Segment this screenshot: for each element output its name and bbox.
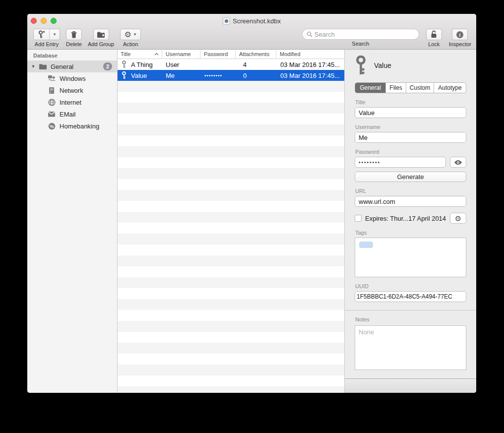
sidebar-group-label: Homebanking <box>60 123 99 130</box>
lock-button[interactable] <box>426 29 442 40</box>
delete-button[interactable] <box>66 29 82 40</box>
add-entry-dropdown-arrow-icon[interactable]: ▼ <box>50 29 60 40</box>
folder-plus-icon <box>97 31 105 38</box>
expires-settings-button[interactable]: ⚙ <box>450 213 466 224</box>
sort-ascending-icon <box>154 53 159 56</box>
cell-modified: 03 Mar 2016 17:45... <box>276 61 344 68</box>
window-title: Screenshot.kdbx <box>233 17 281 25</box>
toolbar-search: Search <box>302 29 419 47</box>
key-icon <box>355 56 367 75</box>
unlock-icon <box>430 30 438 39</box>
main-content: Database ▼ General 2 Windows Networ <box>27 50 476 393</box>
gear-icon: ⚙ <box>455 215 461 222</box>
cell-password: •••••••• <box>200 73 236 78</box>
percent-icon: % <box>47 122 56 130</box>
uuid-field-label: UUID <box>355 283 466 289</box>
sidebar-group-label: EMail <box>60 111 76 118</box>
cell-username: User <box>162 61 200 68</box>
toolbar-add-entry: ▼ Add Entry <box>33 29 60 47</box>
cell-attachments: 0 <box>236 72 276 79</box>
gear-icon: ⚙ <box>125 31 131 39</box>
column-header-title[interactable]: Title <box>118 50 162 59</box>
key-plus-icon[interactable] <box>34 29 50 40</box>
svg-text:i: i <box>459 32 461 37</box>
inspector-label: Inspector <box>449 41 471 47</box>
title-bar[interactable]: Screenshot.kdbx <box>27 14 476 28</box>
tab-autotype[interactable]: Autotype <box>434 83 466 93</box>
generate-password-button[interactable]: Generate <box>355 172 466 182</box>
column-header-password[interactable]: Password <box>200 50 236 59</box>
table-header: Title Username Password Attachments Modi… <box>118 50 344 59</box>
toolbar: ▼ Add Entry Delete Add Group ⚙ ▼ <box>27 28 476 50</box>
search-field[interactable] <box>302 29 419 40</box>
tags-field[interactable] <box>355 238 466 277</box>
chevron-down-icon: ▼ <box>133 32 137 37</box>
uuid-field[interactable] <box>355 291 466 302</box>
entry-title: Value <box>374 62 391 69</box>
action-label: Action <box>123 41 138 47</box>
username-field[interactable] <box>355 132 466 143</box>
window-chrome: Screenshot.kdbx ▼ Add Entry Delete <box>27 14 476 50</box>
column-header-username[interactable]: Username <box>162 50 200 59</box>
column-header-attachments[interactable]: Attachments <box>236 50 276 59</box>
notes-field[interactable] <box>355 325 466 370</box>
sidebar-group-windows[interactable]: Windows <box>27 72 117 84</box>
key-icon <box>122 71 126 79</box>
tag-token[interactable] <box>359 242 373 248</box>
disclosure-triangle-icon[interactable]: ▼ <box>30 64 36 69</box>
cell-attachments: 4 <box>236 61 276 68</box>
sidebar-group-network[interactable]: Network <box>27 84 117 96</box>
tab-custom[interactable]: Custom <box>406 83 434 93</box>
add-entry-button[interactable]: ▼ <box>33 29 60 40</box>
username-field-label: Username <box>355 124 466 130</box>
trash-icon <box>70 31 77 39</box>
add-group-button[interactable] <box>93 29 109 40</box>
sidebar-group-homebanking[interactable]: % Homebanking <box>27 120 117 132</box>
reveal-password-button[interactable] <box>450 157 466 168</box>
entry-table: Title Username Password Attachments Modi… <box>118 50 345 393</box>
sidebar-group-label: Windows <box>60 75 86 82</box>
inspector-tabs: General Files Custom Autotype <box>355 82 466 93</box>
inspector-bottom-bar <box>345 378 476 393</box>
toolbar-add-group: Add Group <box>88 29 114 47</box>
sidebar-group-label: Network <box>60 87 83 94</box>
cell-modified: 03 Mar 2016 17:45... <box>276 72 344 79</box>
inspector-panel: Value General Files Custom Autotype Titl… <box>345 50 476 393</box>
inspector-button[interactable]: i <box>452 29 468 40</box>
delete-label: Delete <box>66 41 82 47</box>
search-icon <box>307 31 313 37</box>
document-proxy-icon[interactable] <box>223 17 230 25</box>
windows-network-icon <box>47 74 56 82</box>
toolbar-delete: Delete <box>66 29 82 47</box>
window-title-group: Screenshot.kdbx <box>27 14 476 28</box>
info-icon: i <box>456 31 464 39</box>
cell-title: A Thing <box>131 61 153 68</box>
title-field[interactable] <box>355 107 466 118</box>
table-row-value-selected[interactable]: Value Me •••••••• 0 03 Mar 2016 17:45... <box>118 70 344 81</box>
column-header-modified[interactable]: Modified <box>276 50 344 59</box>
cell-title: Value <box>131 72 147 79</box>
toolbar-inspector: i Inspector <box>449 29 471 47</box>
tab-general[interactable]: General <box>355 83 386 93</box>
sidebar-group-email[interactable]: EMail <box>27 108 117 120</box>
sidebar-group-internet[interactable]: Internet <box>27 96 117 108</box>
expires-row: Expires: Thur...17 April 2014 ⚙ <box>355 213 466 224</box>
globe-icon <box>47 98 56 106</box>
key-icon <box>122 61 126 68</box>
action-button[interactable]: ⚙ ▼ <box>120 29 141 40</box>
password-field[interactable] <box>355 157 446 168</box>
svg-text:%: % <box>50 124 54 129</box>
entry-count-badge: 2 <box>103 62 112 70</box>
url-field[interactable] <box>355 196 466 207</box>
expires-label: Expires: Thur...17 April 2014 <box>365 215 446 222</box>
table-row-a-thing[interactable]: A Thing User 4 03 Mar 2016 17:45... <box>118 59 344 70</box>
entry-header: Value <box>355 56 466 75</box>
tab-files[interactable]: Files <box>386 83 406 93</box>
sidebar-group-label: General <box>51 63 73 70</box>
eye-icon <box>454 160 462 165</box>
expires-checkbox[interactable] <box>355 215 362 222</box>
sidebar-group-general[interactable]: ▼ General 2 <box>27 61 117 72</box>
search-input[interactable] <box>315 31 415 38</box>
toolbar-lock: Lock <box>426 29 442 47</box>
envelope-icon <box>47 110 56 118</box>
